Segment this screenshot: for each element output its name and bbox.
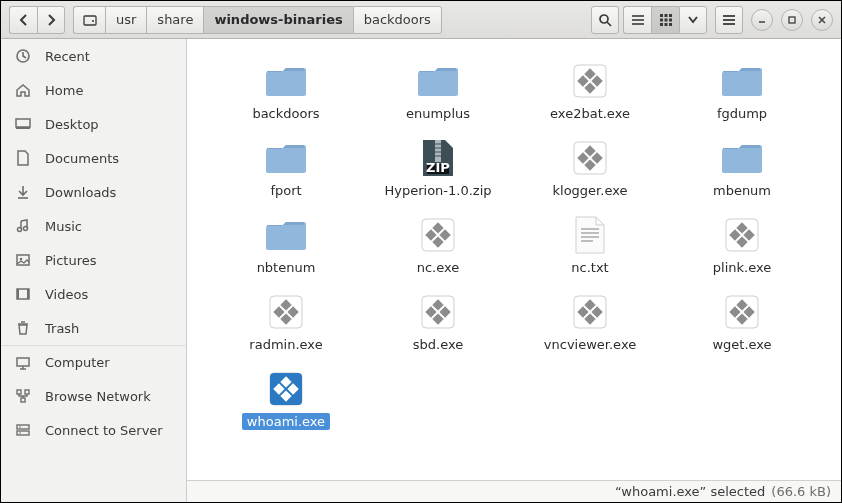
file-item[interactable]: plink.exe xyxy=(668,211,816,280)
server-icon xyxy=(15,422,31,438)
sidebar-item-label: Documents xyxy=(45,151,119,166)
forward-button[interactable] xyxy=(37,6,65,34)
path-segment-label: usr xyxy=(116,12,136,27)
documents-icon xyxy=(15,150,31,166)
file-label: fport xyxy=(265,182,306,199)
sidebar-item-label: Videos xyxy=(45,287,88,302)
svg-point-27 xyxy=(18,228,22,232)
sidebar-item-label: Connect to Server xyxy=(45,423,163,438)
view-grid-button[interactable] xyxy=(651,6,679,34)
sidebar-item-server[interactable]: Connect to Server xyxy=(1,413,186,447)
svg-point-45 xyxy=(19,432,21,434)
file-item[interactable]: sbd.exe xyxy=(364,288,512,357)
file-item[interactable]: enumplus xyxy=(364,57,512,126)
file-item[interactable]: radmin.exe xyxy=(212,288,360,357)
svg-rect-51 xyxy=(435,140,441,162)
search-button[interactable] xyxy=(591,6,619,34)
svg-rect-0 xyxy=(84,16,96,25)
trash-icon xyxy=(15,320,31,336)
file-item[interactable]: fport xyxy=(212,134,360,203)
chevron-down-icon xyxy=(688,16,698,24)
file-label: plink.exe xyxy=(708,259,776,276)
nav-group xyxy=(9,6,65,34)
status-text: “whoami.exe” selected xyxy=(615,484,765,499)
file-item[interactable]: vncviewer.exe xyxy=(516,288,664,357)
path-segment[interactable]: windows-binaries xyxy=(203,6,352,34)
zip-icon: ZIP xyxy=(416,138,460,178)
folder-icon xyxy=(264,138,308,178)
svg-point-2 xyxy=(600,15,608,23)
file-item[interactable]: wget.exe xyxy=(668,288,816,357)
folder-icon xyxy=(720,138,764,178)
file-item[interactable]: mbenum xyxy=(668,134,816,203)
sidebar-item-desktop[interactable]: Desktop xyxy=(1,107,186,141)
svg-rect-36 xyxy=(17,358,29,366)
svg-rect-8 xyxy=(664,14,667,17)
pictures-icon xyxy=(15,252,31,268)
sidebar-item-pictures[interactable]: Pictures xyxy=(1,243,186,277)
svg-rect-12 xyxy=(669,18,672,21)
svg-line-3 xyxy=(607,22,611,26)
sidebar-item-label: Home xyxy=(45,83,83,98)
file-item[interactable]: nc.txt xyxy=(516,211,664,280)
view-list-button[interactable] xyxy=(623,6,651,34)
path-segment[interactable]: usr xyxy=(105,6,146,34)
sidebar-item-home[interactable]: Home xyxy=(1,73,186,107)
view-options-button[interactable] xyxy=(679,6,707,34)
sidebar-item-downloads[interactable]: Downloads xyxy=(1,175,186,209)
file-label: Hyperion-1.0.zip xyxy=(379,182,496,199)
svg-rect-25 xyxy=(16,127,30,129)
sidebar-item-label: Music xyxy=(45,219,82,234)
sidebar-item-recent[interactable]: Recent xyxy=(1,39,186,73)
file-label: mbenum xyxy=(708,182,776,199)
file-label: sbd.exe xyxy=(408,336,468,353)
window-maximize-button[interactable] xyxy=(781,9,803,31)
svg-rect-13 xyxy=(660,23,663,26)
sidebar-item-label: Browse Network xyxy=(45,389,151,404)
exe-icon xyxy=(416,215,460,255)
file-item[interactable]: whoami.exe xyxy=(212,365,360,434)
file-item[interactable]: nc.exe xyxy=(364,211,512,280)
sidebar-item-videos[interactable]: Videos xyxy=(1,277,186,311)
path-root-button[interactable] xyxy=(73,6,105,34)
svg-rect-11 xyxy=(664,18,667,21)
exe-icon xyxy=(416,292,460,332)
window-close-button[interactable] xyxy=(811,9,833,31)
sidebar-item-music[interactable]: Music xyxy=(1,209,186,243)
folder-icon xyxy=(720,61,764,101)
file-item[interactable]: backdoors xyxy=(212,57,360,126)
txt-icon xyxy=(568,215,612,255)
svg-point-28 xyxy=(24,227,28,231)
file-item[interactable]: exe2bat.exe xyxy=(516,57,664,126)
svg-rect-7 xyxy=(660,14,663,17)
grid-icon xyxy=(660,14,672,26)
path-segment[interactable]: backdoors xyxy=(353,6,442,34)
file-label: enumplus xyxy=(401,105,475,122)
maximize-icon xyxy=(787,15,797,25)
path-segment[interactable]: share xyxy=(146,6,203,34)
svg-rect-15 xyxy=(669,23,672,26)
folder-icon xyxy=(416,61,460,101)
file-item[interactable]: klogger.exe xyxy=(516,134,664,203)
file-label: fgdump xyxy=(712,105,772,122)
path-segment-label: backdoors xyxy=(364,12,431,27)
back-button[interactable] xyxy=(9,6,37,34)
svg-rect-32 xyxy=(17,289,19,299)
sidebar-item-computer[interactable]: Computer xyxy=(1,345,186,379)
svg-text:ZIP: ZIP xyxy=(426,160,450,175)
music-icon xyxy=(15,218,31,234)
sidebar-item-trash[interactable]: Trash xyxy=(1,311,186,345)
sidebar-item-network[interactable]: Browse Network xyxy=(1,379,186,413)
menu-button[interactable] xyxy=(715,6,743,34)
file-item[interactable]: ZIP Hyperion-1.0.zip xyxy=(364,134,512,203)
sidebar-item-label: Pictures xyxy=(45,253,96,268)
file-item[interactable]: fgdump xyxy=(668,57,816,126)
exe-icon xyxy=(568,138,612,178)
file-item[interactable]: nbtenum xyxy=(212,211,360,280)
videos-icon xyxy=(15,286,31,302)
search-icon xyxy=(598,13,612,27)
window-minimize-button[interactable] xyxy=(751,9,773,31)
file-view[interactable]: backdoors enumplus exe2bat.exe fgdump fp… xyxy=(187,39,841,480)
close-icon xyxy=(817,15,827,25)
sidebar-item-documents[interactable]: Documents xyxy=(1,141,186,175)
